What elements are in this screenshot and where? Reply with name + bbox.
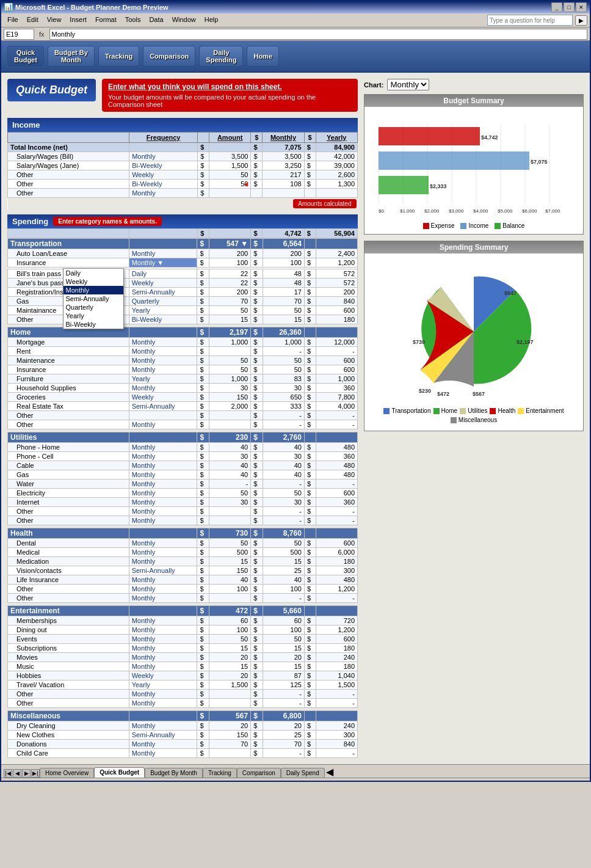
utilities-header: Utilities $ 230 $ 2,760 xyxy=(8,432,358,443)
menu-help[interactable]: Help xyxy=(201,15,222,26)
home-item-7: Real Estate Tax Semi-Annually $ 2,000 $ … xyxy=(8,402,358,411)
home-item-4: Furniture Yearly $ 1,000 $ 83 $ 1,000 xyxy=(8,374,358,384)
health-item-1: Medical Monthly $ 500 $ 500 $ 6,000 xyxy=(8,548,358,557)
toolbar: QuickBudget Budget ByMonth Tracking Comp… xyxy=(1,41,590,73)
budget-summary-chart: Budget Summary $0 $1,000 $2,000 $3,000 $… xyxy=(364,94,584,235)
ent-item-3: Subscriptions Monthly $ 15 $ 15 $ 180 xyxy=(8,644,358,653)
freq-option-biweekly[interactable]: Bi-Weekly xyxy=(63,320,123,329)
income-title: Income xyxy=(12,120,40,129)
menu-window[interactable]: Window xyxy=(169,15,200,26)
freq-option-quarterly[interactable]: Quarterly xyxy=(63,303,123,312)
menu-view[interactable]: View xyxy=(43,15,65,26)
pie-legend-entertainment: Entertainment xyxy=(518,407,564,414)
transport-item-7: Other Bi-Weekly $ 15 $ 15 $ 180 xyxy=(8,315,358,324)
ask-question-input[interactable] xyxy=(487,15,573,26)
health-item-5: Other Monthly $ 100 $ 100 $ 1,200 xyxy=(8,585,358,594)
svg-text:$547: $547 xyxy=(504,290,517,296)
spending-summary-title: Spending Summary xyxy=(364,241,583,253)
home-item-5: Household Supplies Monthly $ 30 $ 30 $ 3… xyxy=(8,384,358,393)
home-item-6: Groceries Weekly $ 150 $ 650 $ 7,800 xyxy=(8,393,358,402)
quick-budget-button[interactable]: QuickBudget xyxy=(7,46,44,67)
menu-file[interactable]: File xyxy=(4,15,22,26)
entertainment-header: Entertainment $ 472 $ 5,660 xyxy=(8,606,358,616)
freq-option-yearly[interactable]: Yearly xyxy=(63,312,123,320)
legend-income-color xyxy=(460,223,466,229)
home-item-8: Other $ $ - $ - xyxy=(8,411,358,420)
income-item-4-name: Other xyxy=(8,189,129,198)
home-table: Home $ 2,197 $ 26,360 Mortgage Monthly $… xyxy=(7,327,358,429)
ent-item-8: Other Monthly $ $ - $ - xyxy=(8,690,358,699)
income-item-3: Other Bi-Weekly $ 50 ◄ $ 108 $ 1,300 xyxy=(8,180,358,189)
svg-text:$7,000: $7,000 xyxy=(545,208,560,214)
legend-balance-color xyxy=(495,223,501,229)
budget-summary-title: Budget Summary xyxy=(364,95,583,107)
tab-more-button[interactable]: ◀ xyxy=(326,766,333,778)
main-content: Quick Budget Enter what you think you wi… xyxy=(1,73,590,764)
qb-header: Quick Budget Enter what you think you wi… xyxy=(7,79,358,112)
freq-option-weekly[interactable]: Weekly xyxy=(63,277,123,286)
home-button[interactable]: Home xyxy=(247,46,279,67)
pie-legend-health-color xyxy=(490,408,496,414)
home-item-1: Rent Monthly $ $ - $ - xyxy=(8,347,358,356)
misc-item-2: Donations Monthly $ 70 $ 70 $ 840 xyxy=(8,740,358,749)
health-header: Health $ 730 $ 8,760 xyxy=(8,528,358,539)
svg-text:$2,333: $2,333 xyxy=(430,183,447,189)
health-item-2: Medication Monthly $ 15 $ 15 $ 180 xyxy=(8,557,358,566)
transport-item-0: Auto Loan/Lease Monthly $ 200 $ 200 $ 2,… xyxy=(8,249,358,258)
maximize-button[interactable]: □ xyxy=(564,2,575,12)
title-bar: 📊 Microsoft Excel - Budget Planner Demo … xyxy=(1,1,590,13)
tab-next-button[interactable]: ▶ xyxy=(22,769,31,778)
daily-spending-button[interactable]: DailySpending xyxy=(199,46,243,67)
cell-reference[interactable] xyxy=(4,29,34,40)
income-item-2: Other Weekly $ 50 $ 217 $ 2,600 xyxy=(8,170,358,180)
tab-first-button[interactable]: |◀ xyxy=(4,769,12,778)
menu-tools[interactable]: Tools xyxy=(121,15,145,26)
comparison-button[interactable]: Comparison xyxy=(143,46,195,67)
tab-daily-spend[interactable]: Daily Spend xyxy=(281,768,325,778)
budget-chart-svg: $0 $1,000 $2,000 $3,000 $4,000 $5,000 $6… xyxy=(372,118,568,216)
pie-legend-transport: Transportation xyxy=(383,407,430,414)
menu-edit[interactable]: Edit xyxy=(23,15,42,26)
menu-format[interactable]: Format xyxy=(92,15,120,26)
col-freq-header: Frequency xyxy=(129,133,198,143)
tab-prev-button[interactable]: ◀ xyxy=(13,769,21,778)
home-item-9: Other Monthly $ $ - $ - xyxy=(8,420,358,429)
freq-option-monthly[interactable]: Monthly xyxy=(63,286,123,294)
chart-select[interactable]: Monthly Yearly xyxy=(387,79,429,90)
ask-go-button[interactable]: ▶ xyxy=(575,15,587,26)
tab-nav: |◀ ◀ ▶ ▶| xyxy=(4,769,40,778)
freq-option-semi[interactable]: Semi-Annually xyxy=(63,294,123,303)
budget-by-month-button[interactable]: Budget ByMonth xyxy=(48,46,95,67)
app-icon: 📊 xyxy=(4,3,13,12)
frequency-dropdown[interactable]: Daily Weekly Monthly Semi-Annually Quart… xyxy=(63,268,124,329)
entertainment-table: Entertainment $ 472 $ 5,660 Memberships … xyxy=(7,605,358,708)
svg-text:$5,000: $5,000 xyxy=(498,208,513,214)
tab-budget-by-month[interactable]: Budget By Month xyxy=(145,768,203,778)
col-yearly-dollar-header: $ xyxy=(304,133,316,143)
util-item-2: Cable Monthly $ 40 $ 40 $ 480 xyxy=(8,461,358,470)
menu-insert[interactable]: Insert xyxy=(66,15,90,26)
col-amount-header: Amount xyxy=(209,133,250,143)
tab-last-button[interactable]: ▶| xyxy=(31,769,40,778)
tab-quick-budget[interactable]: Quick Budget xyxy=(94,767,145,778)
income-total-row: Total Income (net) $ $ 7,075 $ 84,900 xyxy=(8,143,358,152)
pie-legend: Transportation Home Utilities Health xyxy=(369,405,578,426)
freq-option-daily[interactable]: Daily xyxy=(63,269,123,277)
formula-input[interactable] xyxy=(49,29,587,40)
pie-legend-health-label: Health xyxy=(498,407,515,414)
tracking-button[interactable]: Tracking xyxy=(98,46,139,67)
minimize-button[interactable]: _ xyxy=(551,2,562,12)
pie-legend-utilities-color xyxy=(460,408,466,414)
tab-home-overview[interactable]: Home Overview xyxy=(40,768,94,778)
menu-data[interactable]: Data xyxy=(145,15,167,26)
instruction-line2: Your budget amounts will be compared to … xyxy=(108,93,352,108)
tab-tracking[interactable]: Tracking xyxy=(203,768,237,778)
income-item-0-freq[interactable]: Monthly xyxy=(129,152,198,161)
close-button[interactable]: ✕ xyxy=(576,2,587,12)
main-scroll-area[interactable]: Quick Budget Enter what you think you wi… xyxy=(1,73,590,764)
svg-text:$0: $0 xyxy=(379,208,384,214)
tab-comparison[interactable]: Comparison xyxy=(237,768,281,778)
pie-legend-misc-label: Miscellaneous xyxy=(459,417,497,423)
ent-item-4: Movies Monthly $ 20 $ 20 $ 240 xyxy=(8,653,358,662)
svg-text:$3,000: $3,000 xyxy=(449,208,464,214)
